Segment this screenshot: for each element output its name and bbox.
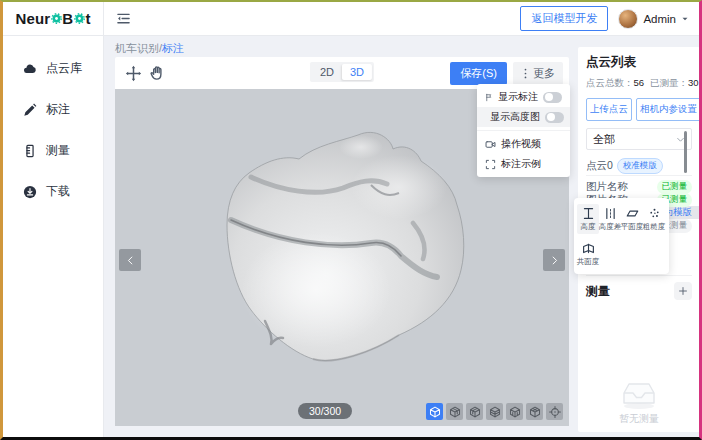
view-cube-back-button[interactable] xyxy=(466,403,483,420)
show-heightmap-toggle[interactable] xyxy=(545,112,564,123)
sidebar-item-measure[interactable]: 测量 xyxy=(3,130,103,171)
reset-focus-button[interactable] xyxy=(546,403,563,420)
vertical-dots-icon xyxy=(521,68,530,79)
filter-select[interactable]: 全部 xyxy=(586,128,692,150)
tool-flatness[interactable]: 平面度 xyxy=(621,204,643,234)
pointcloud-group-row[interactable]: 点云0 校准模版 xyxy=(586,156,692,176)
menu-divider xyxy=(477,130,570,131)
empty-state-text: 暂无测量 xyxy=(619,412,659,426)
total-label: 点云总数： xyxy=(586,77,634,88)
tool-height[interactable]: 高度 xyxy=(577,204,599,234)
ruler-icon xyxy=(23,144,37,158)
logo-part: B xyxy=(62,10,73,27)
header-actions: 返回模型开发 Admin xyxy=(520,6,699,31)
measured-value: 30 xyxy=(688,77,699,88)
image-name: 图片名称 xyxy=(586,180,628,194)
sidebar-item-pointcloud-library[interactable]: 点云库 xyxy=(3,48,103,89)
pen-icon xyxy=(23,103,37,117)
user-name: Admin xyxy=(643,13,676,25)
dimension-toggle: 2D 3D xyxy=(310,62,374,82)
move-tool-icon[interactable] xyxy=(121,61,145,85)
next-image-button[interactable] xyxy=(543,249,565,271)
menu-item-annotation-example[interactable]: 标注示例 xyxy=(477,154,570,174)
menu-item-operation-video[interactable]: 操作视频 xyxy=(477,134,570,154)
total-value: 56 xyxy=(634,77,645,88)
pointcloud-name: 点云0 xyxy=(586,159,613,173)
view-cube-left-button[interactable] xyxy=(486,403,503,420)
measure-section-header: 测量 xyxy=(586,275,692,300)
sidebar-item-label: 标注 xyxy=(46,101,70,118)
pan-hand-icon[interactable] xyxy=(145,61,169,85)
sidebar: 点云库 标注 测量 下载 xyxy=(3,36,104,437)
sidebar-item-download[interactable]: 下载 xyxy=(3,171,103,212)
list-scrollbar[interactable] xyxy=(684,131,687,173)
view-orientation-bar xyxy=(426,403,563,420)
avatar xyxy=(618,9,638,29)
mode-2d-button[interactable]: 2D xyxy=(312,64,342,80)
tool-label: 平面度 xyxy=(621,222,644,232)
logo-part: t xyxy=(85,10,90,27)
tooth-3d-model xyxy=(221,125,473,375)
filter-selected-value: 全部 xyxy=(593,132,615,147)
view-cube-right-button[interactable] xyxy=(506,403,523,420)
empty-tray-icon xyxy=(617,376,661,410)
show-annotation-toggle[interactable] xyxy=(543,92,562,103)
measured-tag: 已测量 xyxy=(657,180,693,194)
tool-height-diff[interactable]: 高度差 xyxy=(599,204,621,234)
logo-part: Neur xyxy=(15,10,50,27)
frame-icon xyxy=(485,159,496,170)
more-dropdown-menu: 显示标注 显示高度图 操作视频 标注示例 xyxy=(477,84,570,177)
measure-title: 测量 xyxy=(586,283,610,300)
more-button[interactable]: 更多 xyxy=(513,62,563,85)
coplanarity-icon xyxy=(582,242,595,255)
sidebar-item-label: 下载 xyxy=(46,183,70,200)
menu-item-label: 标注示例 xyxy=(501,157,562,171)
add-measure-button[interactable] xyxy=(674,282,692,300)
menu-item-show-annotation[interactable]: 显示标注 xyxy=(477,87,570,107)
breadcrumb-current: 标注 xyxy=(162,42,184,54)
user-menu[interactable]: Admin xyxy=(618,9,689,29)
measured-label: 已测量： xyxy=(650,77,688,88)
camera-intrinsics-button[interactable]: 相机内参设置 xyxy=(636,98,701,121)
app-header: Neur B t 返回模型开发 xyxy=(3,2,699,36)
prev-image-button[interactable] xyxy=(119,249,141,271)
mode-3d-button[interactable]: 3D xyxy=(342,64,372,80)
tool-roughness[interactable]: 粗糙度 xyxy=(643,204,665,234)
roughness-icon xyxy=(648,207,661,220)
menu-item-label: 操作视频 xyxy=(501,137,562,151)
upload-pointcloud-button[interactable]: 上传点云 xyxy=(586,98,632,121)
crosshair-icon xyxy=(549,406,561,418)
view-cube-front-button[interactable] xyxy=(446,403,463,420)
more-button-label: 更多 xyxy=(533,66,555,81)
height-icon xyxy=(582,207,595,220)
breadcrumb-parent[interactable]: 机车识别 xyxy=(115,42,159,54)
empty-state: 暂无测量 xyxy=(578,376,700,426)
back-to-model-dev-button[interactable]: 返回模型开发 xyxy=(520,6,608,31)
toolbar-actions: 保存(S) 更多 xyxy=(450,62,563,85)
gear-icon xyxy=(51,13,62,24)
pointcloud-stats: 点云总数：56 已测量：30 xyxy=(586,77,692,90)
view-cube-top-button[interactable] xyxy=(526,403,543,420)
sidebar-item-annotation[interactable]: 标注 xyxy=(3,89,103,130)
flag-icon xyxy=(485,92,493,103)
image-pager-badge: 30/300 xyxy=(298,403,352,419)
tool-coplanarity[interactable]: 共面度 xyxy=(577,239,599,269)
chevron-right-icon xyxy=(549,255,560,266)
list-item[interactable]: 图片名称 已测量 xyxy=(578,180,700,193)
view-cube-iso-button[interactable] xyxy=(426,403,443,420)
chevron-left-icon xyxy=(125,255,136,266)
logo: Neur B t xyxy=(3,2,104,35)
tool-label: 共面度 xyxy=(577,257,600,267)
save-button[interactable]: 保存(S) xyxy=(450,62,507,85)
calibration-template-tag: 校准模版 xyxy=(617,158,663,174)
breadcrumb: 机车识别/标注 xyxy=(115,41,184,56)
tool-label: 高度差 xyxy=(599,222,622,232)
menu-item-show-heightmap[interactable]: 显示高度图 xyxy=(477,107,570,127)
panel-title: 点云列表 xyxy=(586,54,692,71)
tool-label: 高度 xyxy=(581,222,596,232)
app-window: Neur B t 返回模型开发 xyxy=(0,0,702,440)
collapse-sidebar-icon[interactable] xyxy=(112,8,134,30)
sidebar-item-label: 测量 xyxy=(46,142,70,159)
measure-tools-popup: 高度 高度差 平面度 粗糙度 共面度 xyxy=(574,198,669,274)
menu-item-label: 显示标注 xyxy=(498,90,538,104)
